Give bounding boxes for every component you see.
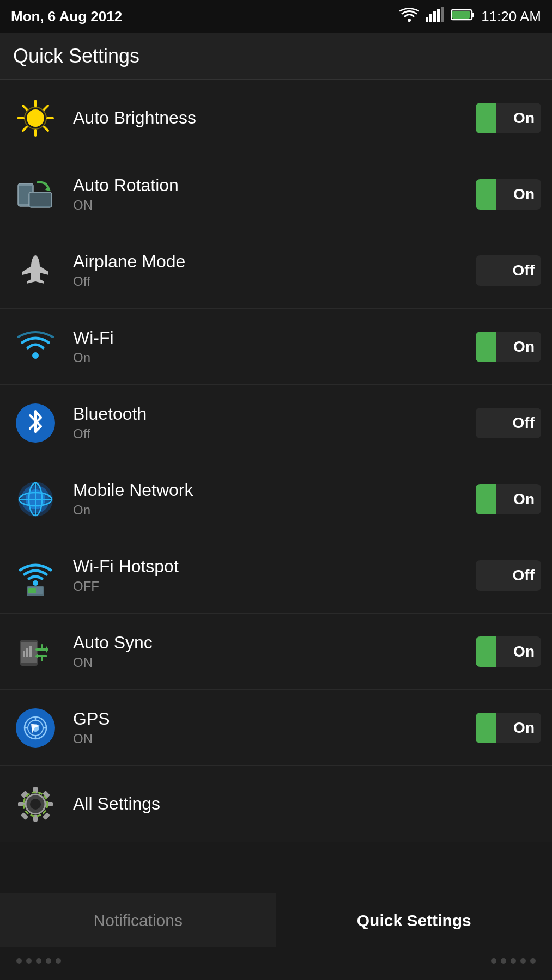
airplane-mode-toggle-label: Off <box>513 262 535 279</box>
page-title: Quick Settings <box>13 45 139 67</box>
setting-item-auto-brightness[interactable]: Auto Brightness On <box>0 80 552 156</box>
mobile-network-text: Mobile Network On <box>60 480 476 518</box>
wifi-toggle-label: On <box>513 338 535 356</box>
gps-toggle[interactable]: On <box>476 713 541 743</box>
auto-brightness-toggle[interactable]: On <box>476 103 541 133</box>
wifi-status: On <box>73 350 476 365</box>
auto-sync-toggle[interactable]: On <box>476 636 541 667</box>
auto-rotation-toggle[interactable]: On <box>476 179 541 210</box>
bluetooth-toggle-label: Off <box>513 414 535 432</box>
tab-notifications-label: Notifications <box>94 911 183 930</box>
status-bar: Mon, 6 Aug 2012 <box>0 0 552 33</box>
auto-rotation-toggle-label: On <box>513 186 535 203</box>
status-right: 11:20 AM <box>399 7 541 26</box>
svg-line-17 <box>44 106 48 109</box>
dot-2 <box>26 958 32 964</box>
setting-item-airplane-mode[interactable]: Airplane Mode Off Off <box>0 232 552 309</box>
wifi-hotspot-status: OFF <box>73 579 476 594</box>
setting-item-wifi[interactable]: Wi-Fi On On <box>0 309 552 385</box>
svg-point-52 <box>30 799 41 810</box>
svg-rect-1 <box>426 17 428 22</box>
wifi-toggle[interactable]: On <box>476 332 541 362</box>
svg-line-18 <box>23 127 27 131</box>
setting-item-mobile-network[interactable]: Mobile Network On On <box>0 461 552 537</box>
tab-quick-settings-label: Quick Settings <box>357 911 471 930</box>
svg-rect-22 <box>30 193 51 206</box>
tab-quick-settings[interactable]: Quick Settings <box>276 893 553 947</box>
dot-5 <box>56 958 61 964</box>
bluetooth-text: Bluetooth Off <box>60 404 476 442</box>
auto-sync-text: Auto Sync ON <box>60 633 476 670</box>
battery-icon <box>451 8 475 25</box>
status-time: 11:20 AM <box>481 8 541 25</box>
svg-point-9 <box>27 109 44 127</box>
gps-status: ON <box>73 731 476 746</box>
setting-item-auto-rotation[interactable]: Auto Rotation ON On <box>0 156 552 232</box>
gps-icon <box>11 703 60 752</box>
mobile-network-icon <box>11 475 60 524</box>
mobile-network-toggle-label: On <box>513 491 535 508</box>
auto-brightness-toggle-label: On <box>513 109 535 127</box>
svg-rect-5 <box>441 7 444 22</box>
auto-rotation-icon <box>11 170 60 219</box>
all-settings-name: All Settings <box>73 794 541 814</box>
svg-point-24 <box>32 352 39 359</box>
dot-6 <box>491 958 496 964</box>
wifi-hotspot-toggle[interactable]: Off <box>476 560 541 591</box>
bottom-tabs: Notifications Quick Settings <box>0 893 552 947</box>
svg-point-32 <box>33 580 38 586</box>
dot-1 <box>16 958 22 964</box>
svg-rect-3 <box>433 11 436 22</box>
svg-line-16 <box>44 127 48 131</box>
dot-8 <box>511 958 516 964</box>
svg-rect-7 <box>472 13 474 17</box>
auto-rotation-name: Auto Rotation <box>73 175 476 195</box>
airplane-mode-status: Off <box>73 274 476 289</box>
gps-name: GPS <box>73 709 476 729</box>
bluetooth-icon <box>11 399 60 448</box>
dot-10 <box>530 958 536 964</box>
setting-item-wifi-hotspot[interactable]: Wi-Fi Hotspot OFF Off <box>0 537 552 614</box>
svg-rect-58 <box>43 790 50 798</box>
tab-notifications[interactable]: Notifications <box>0 893 276 947</box>
airplane-icon <box>11 246 60 295</box>
left-dots <box>16 958 61 964</box>
auto-sync-name: Auto Sync <box>73 633 476 653</box>
auto-rotation-text: Auto Rotation ON <box>60 175 476 213</box>
svg-point-0 <box>408 19 411 22</box>
svg-rect-8 <box>452 11 470 19</box>
bluetooth-status: Off <box>73 426 476 442</box>
auto-brightness-icon <box>11 94 60 143</box>
setting-item-auto-sync[interactable]: Auto Sync ON On <box>0 614 552 690</box>
auto-sync-status: ON <box>73 655 476 670</box>
mobile-network-toggle[interactable]: On <box>476 484 541 514</box>
header: Quick Settings <box>0 33 552 80</box>
svg-rect-41 <box>26 648 28 657</box>
svg-marker-38 <box>46 646 48 653</box>
dot-3 <box>36 958 41 964</box>
wifi-text: Wi-Fi On <box>60 328 476 365</box>
status-date: Mon, 6 Aug 2012 <box>11 8 122 25</box>
setting-item-gps[interactable]: GPS ON On <box>0 690 552 766</box>
wifi-setting-icon <box>11 322 60 371</box>
auto-sync-toggle-label: On <box>513 643 535 660</box>
airplane-mode-text: Airplane Mode Off <box>60 252 476 289</box>
gps-toggle-label: On <box>513 719 535 737</box>
svg-line-15 <box>23 106 27 109</box>
auto-brightness-name: Auto Brightness <box>73 108 476 128</box>
dot-9 <box>520 958 526 964</box>
dot-4 <box>46 958 51 964</box>
signal-icon <box>426 7 444 26</box>
bottom-navigation-dots <box>0 947 552 975</box>
auto-rotation-status: ON <box>73 198 476 213</box>
bluetooth-toggle[interactable]: Off <box>476 408 541 438</box>
wifi-hotspot-name: Wi-Fi Hotspot <box>73 556 476 577</box>
airplane-mode-toggle[interactable]: Off <box>476 255 541 286</box>
bluetooth-name: Bluetooth <box>73 404 476 424</box>
setting-item-all-settings[interactable]: All Settings <box>0 766 552 842</box>
svg-rect-2 <box>429 14 432 22</box>
setting-item-bluetooth[interactable]: Bluetooth Off Off <box>0 385 552 461</box>
auto-sync-icon <box>11 627 60 676</box>
auto-brightness-text: Auto Brightness <box>60 108 476 128</box>
svg-rect-40 <box>23 651 25 657</box>
